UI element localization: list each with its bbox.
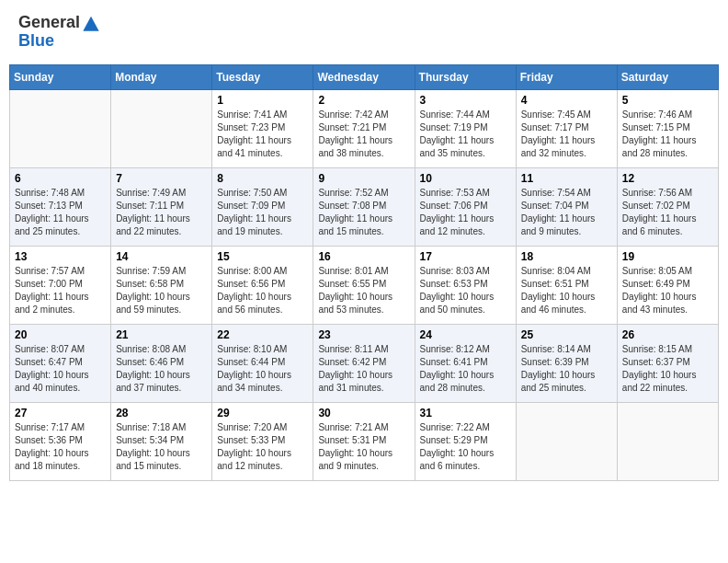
day-number: 5 [622,94,713,107]
calendar-week-row: 13Sunrise: 7:57 AMSunset: 7:00 PMDayligh… [10,247,719,325]
day-detail: Sunrise: 7:57 AMSunset: 7:00 PMDaylight:… [15,265,106,316]
day-number: 18 [521,250,612,263]
calendar-cell: 13Sunrise: 7:57 AMSunset: 7:00 PMDayligh… [10,247,111,325]
calendar-cell: 4Sunrise: 7:45 AMSunset: 7:17 PMDaylight… [516,90,617,168]
day-detail: Sunrise: 7:42 AMSunset: 7:21 PMDaylight:… [318,109,409,160]
day-header-tuesday: Tuesday [212,65,313,90]
calendar-week-row: 6Sunrise: 7:48 AMSunset: 7:13 PMDaylight… [10,168,719,247]
day-detail: Sunrise: 7:50 AMSunset: 7:09 PMDaylight:… [217,187,308,238]
day-detail: Sunrise: 8:15 AMSunset: 6:37 PMDaylight:… [622,343,713,395]
calendar-table: SundayMondayTuesdayWednesdayThursdayFrid… [9,64,719,481]
calendar-cell [10,90,111,168]
calendar-cell: 20Sunrise: 8:07 AMSunset: 6:47 PMDayligh… [10,325,111,403]
page-header: GeneralBlue [9,9,719,55]
calendar-cell [516,403,617,481]
day-number: 30 [318,407,409,419]
day-detail: Sunrise: 8:14 AMSunset: 6:39 PMDaylight:… [521,343,612,395]
day-number: 15 [217,250,308,263]
day-header-sunday: Sunday [10,65,111,90]
calendar-cell: 24Sunrise: 8:12 AMSunset: 6:41 PMDayligh… [415,325,516,403]
calendar-cell: 27Sunrise: 7:17 AMSunset: 5:36 PMDayligh… [10,403,111,481]
day-number: 1 [217,94,308,107]
day-detail: Sunrise: 7:56 AMSunset: 7:02 PMDaylight:… [622,187,713,238]
day-number: 9 [318,172,409,185]
day-number: 22 [217,328,308,341]
calendar-cell: 17Sunrise: 8:03 AMSunset: 6:53 PMDayligh… [415,247,516,325]
day-header-friday: Friday [516,65,617,90]
calendar-cell: 6Sunrise: 7:48 AMSunset: 7:13 PMDaylight… [10,168,111,247]
calendar-week-row: 1Sunrise: 7:41 AMSunset: 7:23 PMDaylight… [10,90,719,168]
logo-general: General [18,13,80,31]
calendar-cell: 15Sunrise: 8:00 AMSunset: 6:56 PMDayligh… [212,247,313,325]
calendar-cell: 30Sunrise: 7:21 AMSunset: 5:31 PMDayligh… [313,403,415,481]
calendar-week-row: 20Sunrise: 8:07 AMSunset: 6:47 PMDayligh… [10,325,719,403]
day-detail: Sunrise: 8:10 AMSunset: 6:44 PMDaylight:… [217,343,308,395]
logo-blue: Blue [18,31,54,50]
day-number: 7 [116,172,207,185]
calendar-cell: 18Sunrise: 8:04 AMSunset: 6:51 PMDayligh… [516,247,617,325]
calendar-cell: 11Sunrise: 7:54 AMSunset: 7:04 PMDayligh… [516,168,617,247]
calendar-cell: 21Sunrise: 8:08 AMSunset: 6:46 PMDayligh… [111,325,212,403]
day-number: 11 [521,172,612,185]
calendar-week-row: 27Sunrise: 7:17 AMSunset: 5:36 PMDayligh… [10,403,719,481]
day-number: 10 [420,172,511,185]
day-number: 16 [318,250,409,263]
day-detail: Sunrise: 8:07 AMSunset: 6:47 PMDaylight:… [15,343,106,395]
day-number: 6 [15,172,106,185]
day-detail: Sunrise: 7:44 AMSunset: 7:19 PMDaylight:… [420,109,511,160]
calendar-cell: 3Sunrise: 7:44 AMSunset: 7:19 PMDaylight… [415,90,516,168]
day-number: 12 [622,172,713,185]
day-number: 23 [318,328,409,341]
day-detail: Sunrise: 7:21 AMSunset: 5:31 PMDaylight:… [318,421,409,473]
calendar-cell: 8Sunrise: 7:50 AMSunset: 7:09 PMDaylight… [212,168,313,247]
day-number: 4 [521,94,612,107]
day-number: 27 [15,407,106,419]
calendar-cell: 1Sunrise: 7:41 AMSunset: 7:23 PMDaylight… [212,90,313,168]
day-detail: Sunrise: 7:41 AMSunset: 7:23 PMDaylight:… [217,109,308,160]
day-header-wednesday: Wednesday [313,65,415,90]
day-detail: Sunrise: 7:22 AMSunset: 5:29 PMDaylight:… [420,421,511,473]
calendar-cell: 25Sunrise: 8:14 AMSunset: 6:39 PMDayligh… [516,325,617,403]
day-number: 13 [15,250,106,263]
calendar-cell: 5Sunrise: 7:46 AMSunset: 7:15 PMDaylight… [617,90,718,168]
calendar-cell: 26Sunrise: 8:15 AMSunset: 6:37 PMDayligh… [617,325,718,403]
day-detail: Sunrise: 7:46 AMSunset: 7:15 PMDaylight:… [622,109,713,160]
calendar-cell: 14Sunrise: 7:59 AMSunset: 6:58 PMDayligh… [111,247,212,325]
day-number: 29 [217,407,308,419]
day-header-monday: Monday [111,65,212,90]
day-detail: Sunrise: 7:59 AMSunset: 6:58 PMDaylight:… [116,265,207,316]
calendar-cell [617,403,718,481]
day-detail: Sunrise: 8:04 AMSunset: 6:51 PMDaylight:… [521,265,612,316]
day-detail: Sunrise: 7:54 AMSunset: 7:04 PMDaylight:… [521,187,612,238]
day-number: 19 [622,250,713,263]
day-number: 2 [318,94,409,107]
day-detail: Sunrise: 7:45 AMSunset: 7:17 PMDaylight:… [521,109,612,160]
day-number: 17 [420,250,511,263]
day-detail: Sunrise: 7:53 AMSunset: 7:06 PMDaylight:… [420,187,511,238]
day-detail: Sunrise: 7:20 AMSunset: 5:33 PMDaylight:… [217,421,308,473]
day-number: 8 [217,172,308,185]
day-number: 20 [15,328,106,341]
calendar-cell: 7Sunrise: 7:49 AMSunset: 7:11 PMDaylight… [111,168,212,247]
day-number: 24 [420,328,511,341]
day-detail: Sunrise: 8:03 AMSunset: 6:53 PMDaylight:… [420,265,511,316]
day-detail: Sunrise: 8:12 AMSunset: 6:41 PMDaylight:… [420,343,511,395]
calendar-cell: 19Sunrise: 8:05 AMSunset: 6:49 PMDayligh… [617,247,718,325]
logo-triangle-icon [82,14,100,32]
calendar-cell: 28Sunrise: 7:18 AMSunset: 5:34 PMDayligh… [111,403,212,481]
calendar-cell: 10Sunrise: 7:53 AMSunset: 7:06 PMDayligh… [415,168,516,247]
calendar-cell: 23Sunrise: 8:11 AMSunset: 6:42 PMDayligh… [313,325,415,403]
day-number: 28 [116,407,207,419]
calendar-cell: 22Sunrise: 8:10 AMSunset: 6:44 PMDayligh… [212,325,313,403]
day-detail: Sunrise: 8:01 AMSunset: 6:55 PMDaylight:… [318,265,409,316]
calendar-cell [111,90,212,168]
svg-marker-0 [83,17,98,31]
logo-text: GeneralBlue [18,14,100,51]
calendar-cell: 2Sunrise: 7:42 AMSunset: 7:21 PMDaylight… [313,90,415,168]
day-number: 26 [622,328,713,341]
day-number: 21 [116,328,207,341]
day-header-saturday: Saturday [617,65,718,90]
calendar-cell: 31Sunrise: 7:22 AMSunset: 5:29 PMDayligh… [415,403,516,481]
day-detail: Sunrise: 8:11 AMSunset: 6:42 PMDaylight:… [318,343,409,395]
calendar-cell: 12Sunrise: 7:56 AMSunset: 7:02 PMDayligh… [617,168,718,247]
